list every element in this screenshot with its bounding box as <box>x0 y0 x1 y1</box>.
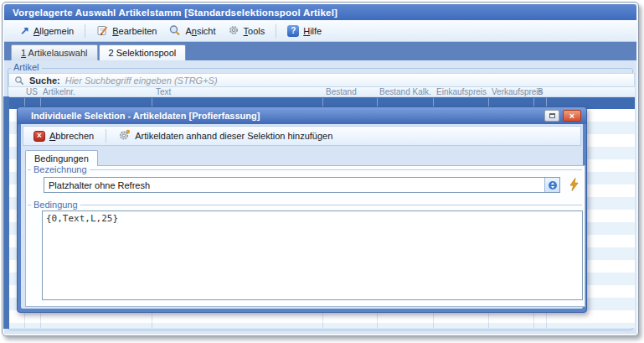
column-header-artikelnr[interactable]: Artikelnr. <box>43 87 75 96</box>
gear-icon <box>228 24 240 38</box>
dialog-window-buttons: × <box>544 110 581 122</box>
toolbar-separator <box>106 129 106 143</box>
arrow-up-right-icon: ↗ <box>20 25 29 36</box>
insert-placeholder-button[interactable] <box>566 177 581 192</box>
add-selection-icon <box>118 129 131 143</box>
menu-item-tools[interactable]: Tools <box>222 22 271 40</box>
window-titlebar: Vorgelagerte Auswahl Artikelstamm [Stand… <box>4 4 636 20</box>
row-indicator-strip <box>3 96 9 329</box>
magnifier-icon <box>168 24 181 38</box>
menu-item-ansicht[interactable]: Ansicht <box>162 22 221 40</box>
combobox-dropdown-button[interactable] <box>544 178 559 192</box>
search-label: Suche: <box>29 75 60 86</box>
edit-notepad-icon <box>96 24 108 38</box>
bezeichnung-combobox[interactable]: Platzhalter ohne Refresh <box>44 177 560 193</box>
close-icon: × <box>569 112 574 121</box>
column-header-einkaufspreis[interactable]: Einkaufspreis <box>436 87 487 96</box>
column-header-text[interactable]: Text <box>156 87 171 96</box>
menu-separator <box>276 24 276 38</box>
cancel-button[interactable]: × Abbrechen <box>28 129 99 143</box>
column-header-verkaufspreis[interactable]: Verkaufspreis <box>492 87 543 96</box>
window-title: Vorgelagerte Auswahl Artikelstamm [Stand… <box>13 8 337 18</box>
menu-item-bearbeiten[interactable]: Bearbeiten <box>90 22 162 40</box>
dialog-toolbar: × Abbrechen Artikeldaten anhand dieser S… <box>23 126 581 146</box>
search-icon <box>14 75 24 86</box>
restore-button[interactable] <box>544 110 559 122</box>
tab-selektionspool[interactable]: 2 Selektionspool <box>99 44 187 60</box>
artikel-group-label: Artikel <box>11 62 42 72</box>
tab-artikelauswahl[interactable]: 1 Artikelauswahl <box>11 44 98 60</box>
tab-band: 1 Artikelauswahl 2 Selektionspool <box>4 42 636 60</box>
search-bar: Suche: <box>8 73 635 87</box>
add-selection-label: Artikeldaten anhand dieser Selektion hin… <box>135 131 332 141</box>
close-button[interactable]: × <box>563 110 581 122</box>
bezeichnung-value: Platzhalter ohne Refresh <box>44 180 544 190</box>
column-header-bestand-kalk[interactable]: Bestand Kalk. <box>379 87 431 96</box>
search-input[interactable] <box>65 75 634 86</box>
bedingung-textarea[interactable]: {0,Text,L,25} <box>42 210 583 300</box>
menu-item-allgemein[interactable]: ↗ Allgemein <box>14 23 80 39</box>
column-header-us[interactable]: US <box>26 87 38 96</box>
dialog-titlebar: Individuelle Selektion - Artikeldaten [P… <box>18 107 586 124</box>
lightning-icon <box>568 178 580 191</box>
bezeichnung-group-label: Bezeichnung <box>31 164 90 174</box>
grid-header: US Artikelnr. Text Bestand Bestand Kalk.… <box>8 87 635 97</box>
cancel-x-icon: × <box>33 131 45 142</box>
help-icon: ? <box>287 25 299 37</box>
bezeichnung-group-line <box>28 169 582 170</box>
restore-icon <box>549 113 555 118</box>
bedingungen-panel: Bezeichnung Platzhalter ohne Refresh Bed… <box>25 165 585 307</box>
dialog-title: Individuelle Selektion - Artikeldaten [P… <box>31 111 260 121</box>
selection-dialog: Individuelle Selektion - Artikeldaten [P… <box>17 107 587 313</box>
column-header-b[interactable]: B <box>538 87 544 96</box>
menubar: ↗ Allgemein Bearbeiten Ansicht T <box>4 20 636 42</box>
app-window: Vorgelagerte Auswahl Artikelstamm [Stand… <box>2 2 639 336</box>
menu-separator <box>85 24 85 38</box>
column-header-bestand[interactable]: Bestand <box>326 87 357 96</box>
dialog-body: × Abbrechen Artikeldaten anhand dieser S… <box>21 124 583 309</box>
bedingung-group-label: Bedingung <box>31 200 80 210</box>
add-selection-button[interactable]: Artikeldaten anhand dieser Selektion hin… <box>113 127 337 144</box>
screen: Vorgelagerte Auswahl Artikelstamm [Stand… <box>0 0 644 343</box>
bedingung-value: {0,Text,L,25} <box>46 213 118 224</box>
bedingung-group-line <box>28 205 582 205</box>
updown-arrows-icon <box>548 180 558 190</box>
menu-item-hilfe[interactable]: ? Hilfe <box>281 23 327 39</box>
